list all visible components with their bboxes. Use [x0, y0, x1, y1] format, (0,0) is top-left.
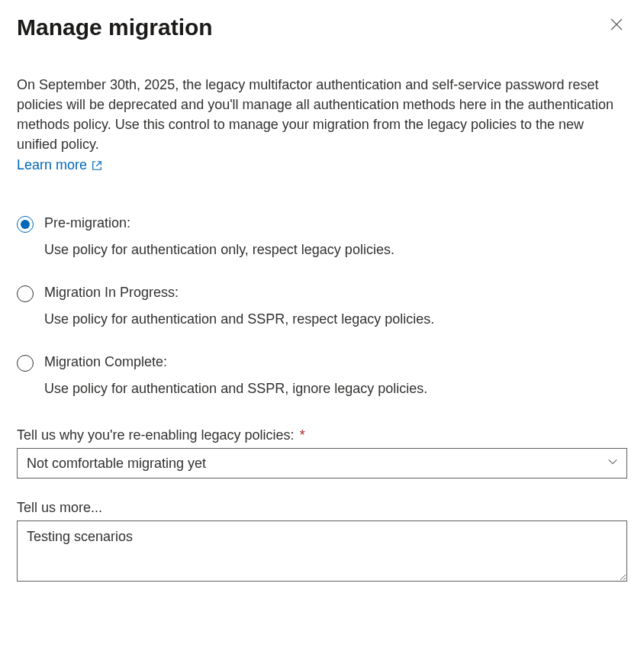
radio-text: Migration In Progress: Use policy for au… [44, 284, 434, 327]
radio-label: Pre-migration: [44, 215, 394, 231]
radio-text: Migration Complete: Use policy for authe… [44, 353, 427, 397]
reason-select[interactable]: Not comfortable migrating yet [17, 448, 627, 479]
radio-text: Pre-migration: Use policy for authentica… [44, 214, 394, 258]
radio-indicator [17, 285, 34, 302]
external-link-icon [92, 160, 102, 171]
reason-label-text: Tell us why you're re-enabling legacy po… [17, 427, 295, 443]
reason-label: Tell us why you're re-enabling legacy po… [17, 427, 627, 443]
learn-more-label: Learn more [17, 157, 87, 173]
radio-pre-migration[interactable]: Pre-migration: Use policy for authentica… [17, 214, 627, 258]
details-textarea[interactable] [17, 520, 627, 582]
page-title: Manage migration [17, 14, 213, 41]
details-label: Tell us more... [17, 500, 627, 516]
radio-indicator [17, 216, 34, 233]
radio-label: Migration Complete: [44, 354, 427, 370]
learn-more-link[interactable]: Learn more [17, 157, 102, 173]
close-button[interactable] [606, 14, 627, 35]
radio-label: Migration In Progress: [44, 285, 434, 301]
required-asterisk: * [300, 427, 305, 443]
migration-state-radio-group: Pre-migration: Use policy for authentica… [17, 214, 627, 397]
radio-indicator [17, 355, 34, 372]
panel-header: Manage migration [17, 14, 627, 41]
radio-description: Use policy for authentication and SSPR, … [44, 311, 434, 327]
intro-text: On September 30th, 2025, the legacy mult… [17, 75, 627, 154]
reason-select-wrap: Not comfortable migrating yet [17, 448, 627, 479]
radio-migration-complete[interactable]: Migration Complete: Use policy for authe… [17, 353, 627, 397]
reason-selected-value: Not comfortable migrating yet [27, 456, 206, 472]
radio-description: Use policy for authentication and SSPR, … [44, 381, 427, 396]
close-icon [610, 18, 623, 31]
radio-description: Use policy for authentication only, resp… [44, 242, 394, 257]
radio-migration-in-progress[interactable]: Migration In Progress: Use policy for au… [17, 284, 627, 327]
